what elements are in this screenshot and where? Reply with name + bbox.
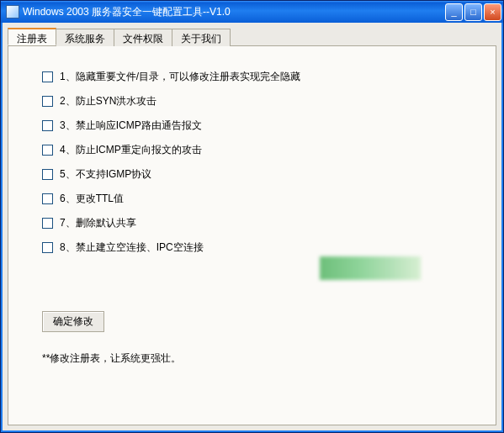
option-label: 8、禁止建立空连接、IPC空连接: [60, 240, 204, 255]
close-icon: ×: [490, 7, 495, 17]
option-row: 8、禁止建立空连接、IPC空连接: [42, 240, 462, 255]
minimize-icon: _: [451, 7, 456, 17]
close-button[interactable]: ×: [484, 3, 501, 21]
option-label: 6、更改TTL值: [60, 192, 124, 206]
tab-body-registry: 1、隐藏重要文件/目录，可以修改注册表实现完全隐藏 2、防止SYN洪水攻击 3、…: [8, 46, 496, 425]
option-label: 2、防止SYN洪水攻击: [60, 94, 157, 108]
tab-label: 注册表: [17, 33, 47, 45]
tab-label: 文件权限: [123, 33, 163, 45]
window-title: Windows 2003 服务器安全一键配置工具--V1.0: [23, 5, 445, 19]
tab-services[interactable]: 系统服务: [56, 29, 114, 46]
option-row: 5、不支持IGMP协议: [42, 167, 462, 182]
option-label: 5、不支持IGMP协议: [60, 167, 151, 182]
obscured-region: [320, 256, 421, 280]
app-icon: [6, 5, 19, 18]
maximize-button[interactable]: □: [464, 3, 482, 21]
option-label: 3、禁止响应ICMP路由通告报文: [60, 119, 202, 133]
title-bar[interactable]: Windows 2003 服务器安全一键配置工具--V1.0 _ □ ×: [1, 1, 503, 23]
maximize-icon: □: [470, 7, 476, 17]
tab-about[interactable]: 关于我们: [172, 29, 231, 46]
option-label: 4、防止ICMP重定向报文的攻击: [60, 143, 202, 157]
option-row: 3、禁止响应ICMP路由通告报文: [42, 119, 462, 133]
tab-registry[interactable]: 注册表: [8, 28, 56, 45]
minimize-button[interactable]: _: [445, 3, 463, 21]
checkbox-7[interactable]: [42, 218, 53, 229]
checkbox-5[interactable]: [42, 169, 53, 180]
option-row: 4、防止ICMP重定向报文的攻击: [42, 143, 462, 157]
checkbox-8[interactable]: [42, 242, 53, 253]
option-label: 1、隐藏重要文件/目录，可以修改注册表实现完全隐藏: [60, 70, 300, 84]
checkbox-4[interactable]: [42, 145, 53, 156]
option-row: 6、更改TTL值: [42, 192, 462, 206]
confirm-button[interactable]: 确定修改: [42, 311, 104, 332]
window-controls: _ □ ×: [445, 3, 501, 21]
tab-strip: 注册表 系统服务 文件权限 关于我们: [8, 28, 496, 46]
tab-file-permissions[interactable]: 文件权限: [114, 29, 172, 46]
client-area: 注册表 系统服务 文件权限 关于我们 1、隐藏重要文件/目录，可以修改注册表实现…: [1, 23, 503, 432]
option-row: 2、防止SYN洪水攻击: [42, 94, 462, 108]
app-window: Windows 2003 服务器安全一键配置工具--V1.0 _ □ × 注册表…: [0, 0, 504, 433]
confirm-label: 确定修改: [53, 315, 93, 327]
tab-label: 关于我们: [181, 33, 221, 45]
tab-label: 系统服务: [65, 33, 105, 45]
checkbox-2[interactable]: [42, 96, 53, 107]
checkbox-3[interactable]: [42, 120, 53, 131]
checkbox-1[interactable]: [42, 71, 53, 82]
option-label: 7、删除默认共享: [60, 216, 136, 230]
hint-text: **修改注册表，让系统更强壮。: [42, 351, 181, 366]
checkbox-6[interactable]: [42, 193, 53, 204]
option-row: 1、隐藏重要文件/目录，可以修改注册表实现完全隐藏: [42, 70, 462, 84]
option-row: 7、删除默认共享: [42, 216, 462, 230]
